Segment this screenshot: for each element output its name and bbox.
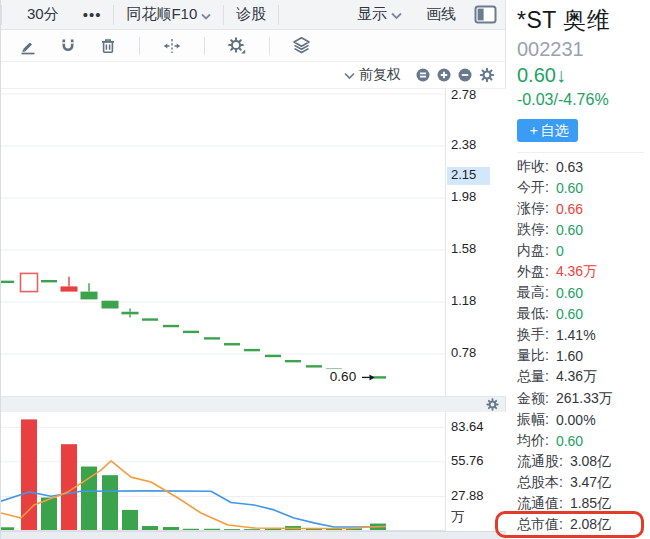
stat-label: 量比: <box>517 347 549 365</box>
down-arrow-icon: ↓ <box>556 64 566 86</box>
stat-value: 3.08亿 <box>570 453 611 471</box>
stat-label: 均价: <box>517 432 549 450</box>
stat-value: 0.60 <box>556 306 583 322</box>
svg-text:27.88: 27.88 <box>451 488 484 503</box>
stat-row: 最低: 0.60 <box>517 304 644 325</box>
chevron-down-icon <box>344 67 355 83</box>
split-arrows-icon[interactable] <box>162 37 182 55</box>
stat-row: 流通值: 1.85亿 <box>517 494 644 515</box>
minus-circle-icon[interactable] <box>458 68 472 82</box>
stat-row: 总市值: 2.08亿 <box>517 515 644 536</box>
stat-label: 今开: <box>517 179 549 197</box>
svg-text:2.38: 2.38 <box>451 137 476 152</box>
stat-label: 跌停: <box>517 221 549 239</box>
stat-label: 内盘: <box>517 242 549 260</box>
svg-text:2.15: 2.15 <box>451 167 476 182</box>
stat-value: 0.60 <box>556 433 583 449</box>
stock-change: -0.03/-4.76% <box>517 88 644 111</box>
stat-row: 金额: 261.33万 <box>517 388 644 409</box>
layers-icon[interactable] <box>292 36 311 55</box>
top-toolbar: 30分 ••• 同花顺F10 诊股 显示 画线 <box>1 0 505 30</box>
svg-text:1.98: 1.98 <box>451 189 476 204</box>
more-intervals-button[interactable]: ••• <box>71 6 114 23</box>
interval-button[interactable]: 30分 <box>2 5 71 24</box>
stat-label: 流通股: <box>517 453 563 471</box>
stat-value: 0.66 <box>556 201 583 217</box>
stat-label: 最高: <box>517 284 549 302</box>
svg-text:2.78: 2.78 <box>451 88 476 102</box>
stat-label: 涨停: <box>517 200 549 218</box>
stat-row: 振幅: 0.00% <box>517 409 644 430</box>
toolbar-separator <box>204 37 205 55</box>
panel-layout-toggle[interactable] <box>474 5 497 24</box>
stock-chart-app: 30分 ••• 同花顺F10 诊股 显示 画线 <box>0 0 650 539</box>
stat-row: 最高: 0.60 <box>517 283 644 304</box>
toolbar-separator <box>269 37 270 55</box>
stat-row: 总量: 4.36万 <box>517 367 644 388</box>
toolbar-separator <box>278 5 279 25</box>
ma-volume-orange <box>1 461 386 529</box>
stock-stats-list: 昨收: 0.63 今开: 0.60 涨停: 0.66 跌停: 0.60 内盘: … <box>517 152 644 536</box>
stat-value: 2.08亿 <box>570 516 611 534</box>
stat-row: 流通股: 3.08亿 <box>517 451 644 472</box>
stat-value: 0.60 <box>556 222 583 238</box>
svg-text:1.58: 1.58 <box>451 241 476 256</box>
gear-icon[interactable] <box>486 398 499 411</box>
stat-row: 总股本: 3.47亿 <box>517 472 644 493</box>
bottom-scroll-strip[interactable] <box>1 531 505 539</box>
svg-text:55.76: 55.76 <box>451 453 484 468</box>
stat-row: 均价: 0.60 <box>517 430 644 451</box>
stat-label: 流通值: <box>517 495 563 513</box>
display-dropdown[interactable]: 显示 <box>345 5 414 24</box>
svg-text:1.18: 1.18 <box>451 293 476 308</box>
diagnose-button[interactable]: 诊股 <box>224 5 278 24</box>
stat-value: 0.63 <box>556 159 583 175</box>
stat-value: 1.85亿 <box>570 495 611 513</box>
stat-label: 昨收: <box>517 158 549 176</box>
chart-header: 前复权 <box>1 62 505 88</box>
stat-value: 4.36万 <box>556 263 597 281</box>
add-watchlist-button[interactable]: ＋自选 <box>517 119 578 142</box>
trash-icon[interactable] <box>99 37 117 55</box>
plus-circle-icon[interactable] <box>437 68 451 82</box>
stat-row: 昨收: 0.63 <box>517 156 644 177</box>
stat-value: 0 <box>556 243 564 259</box>
stat-value: 1.41% <box>556 327 596 343</box>
stat-label: 换手: <box>517 326 549 344</box>
stat-value: 3.47亿 <box>570 474 611 492</box>
price-chart-canvas[interactable]: 2.782.381.981.581.180.782.150.60 <box>1 88 506 396</box>
stat-row: 跌停: 0.60 <box>517 219 644 240</box>
stat-value: 261.33万 <box>556 390 613 408</box>
stat-row: 换手: 1.41% <box>517 325 644 346</box>
last-price-annotation: 0.60 <box>330 369 356 384</box>
drawline-button[interactable]: 画线 <box>414 5 468 24</box>
svg-text:83.64: 83.64 <box>451 419 484 434</box>
stat-value: 0.00% <box>556 412 596 428</box>
stat-row: 今开: 0.60 <box>517 177 644 198</box>
stat-label: 总量: <box>517 368 549 386</box>
equals-circle-icon[interactable] <box>416 68 430 82</box>
pen-icon[interactable] <box>19 37 37 55</box>
chart-column: 30分 ••• 同花顺F10 诊股 显示 画线 <box>1 0 506 539</box>
adjust-mode-dropdown[interactable]: 前复权 <box>344 66 401 84</box>
drawing-toolbar <box>1 30 505 62</box>
stat-row: 涨停: 0.66 <box>517 198 644 219</box>
stat-row: 量比: 1.60 <box>517 346 644 367</box>
stat-label: 总市值: <box>517 516 563 534</box>
panel-layout-icon <box>474 5 497 24</box>
stock-code: 002231 <box>517 36 644 63</box>
svg-text:0.78: 0.78 <box>451 345 476 360</box>
stock-info-panel: *ST 奥维 002231 0.60↓ -0.03/-4.76% ＋自选 昨收:… <box>506 0 650 539</box>
volume-chart-canvas[interactable]: 83.6455.7627.88万 <box>1 412 506 531</box>
gear-icon[interactable] <box>479 67 495 83</box>
gear-icon[interactable] <box>227 36 247 55</box>
svg-text:万: 万 <box>451 509 464 524</box>
volume-pane-header <box>1 396 505 412</box>
stat-value: 1.60 <box>556 348 583 364</box>
stat-row: 内盘: 0 <box>517 240 644 261</box>
f10-dropdown[interactable]: 同花顺F10 <box>114 5 223 24</box>
stat-label: 最低: <box>517 305 549 323</box>
chevron-down-icon <box>391 6 402 23</box>
magnet-icon[interactable] <box>59 37 77 55</box>
stat-label: 振幅: <box>517 411 549 429</box>
